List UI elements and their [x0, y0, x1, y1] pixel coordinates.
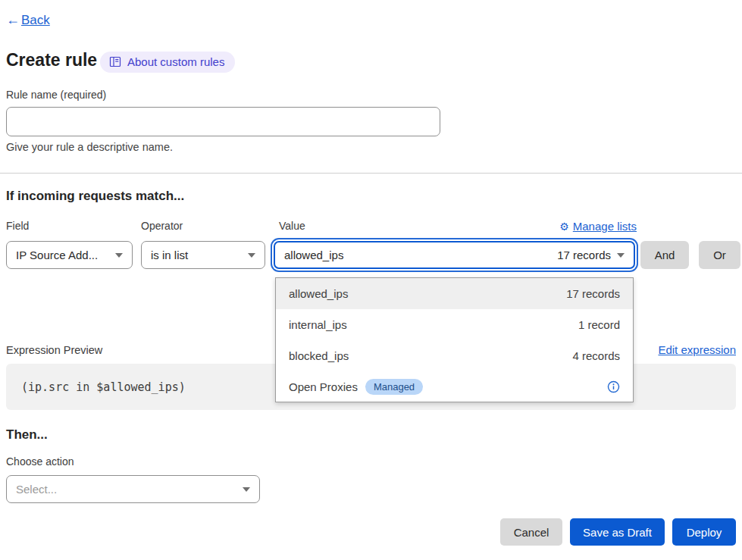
page-title: Create rule [6, 50, 97, 70]
back-label: Back [21, 13, 50, 28]
expression-preview-label: Expression Preview [6, 344, 102, 356]
rule-name-helper-text: Give your rule a descriptive name. [6, 141, 173, 153]
or-button[interactable]: Or [699, 241, 740, 269]
list-record-count: 4 records [572, 349, 620, 362]
field-select-value: IP Source Add... [16, 249, 98, 261]
back-arrow-icon: ← [6, 12, 20, 28]
action-select[interactable]: Select... [6, 475, 260, 503]
list-name: blocked_ips [289, 349, 349, 362]
value-select[interactable]: allowed_ips 17 records [274, 241, 635, 269]
dropdown-item-open-proxies[interactable]: Open Proxies Managed [276, 371, 633, 402]
rule-name-input[interactable] [6, 107, 440, 136]
operator-select-value: is in list [151, 249, 188, 261]
list-name: internal_ips [289, 318, 347, 331]
value-dropdown-panel: allowed_ips 17 records internal_ips 1 re… [275, 277, 634, 402]
list-name: Open Proxies [289, 380, 358, 393]
and-button[interactable]: And [640, 241, 689, 269]
gear-icon: ⚙ [559, 221, 569, 233]
about-custom-rules-label: About custom rules [127, 55, 224, 68]
expression-code: (ip.src in $allowed_ips) [21, 380, 186, 394]
value-select-value: allowed_ips [284, 249, 343, 261]
save-as-draft-button[interactable]: Save as Draft [570, 518, 665, 546]
field-column-label: Field [6, 220, 29, 232]
match-section-heading: If incoming requests match... [6, 189, 184, 204]
choose-action-label: Choose action [6, 455, 74, 468]
value-column-label: Value [279, 220, 305, 232]
list-record-count: 17 records [566, 287, 620, 300]
info-icon[interactable] [607, 380, 620, 393]
chevron-down-icon [115, 253, 123, 258]
action-select-placeholder: Select... [16, 483, 57, 496]
rule-name-label: Rule name (required) [6, 89, 106, 101]
book-icon [109, 56, 121, 67]
manage-lists-label: Manage lists [573, 220, 637, 233]
then-section-heading: Then... [6, 427, 48, 443]
operator-column-label: Operator [141, 220, 183, 232]
operator-select[interactable]: is in list [141, 241, 265, 269]
list-record-count: 1 record [578, 318, 620, 331]
back-link[interactable]: ←Back [6, 12, 50, 28]
manage-lists-link[interactable]: ⚙ Manage lists [559, 220, 637, 233]
create-rule-page: ←Back Create rule About custom rules Rul… [0, 0, 742, 560]
section-divider [0, 173, 742, 174]
field-select[interactable]: IP Source Add... [6, 241, 133, 269]
chevron-down-icon [248, 253, 255, 258]
dropdown-item-blocked-ips[interactable]: blocked_ips 4 records [276, 340, 633, 371]
value-select-record-count: 17 records [557, 249, 611, 261]
about-custom-rules-link[interactable]: About custom rules [100, 52, 235, 73]
chevron-down-icon [617, 253, 625, 258]
dropdown-item-internal-ips[interactable]: internal_ips 1 record [276, 309, 633, 340]
deploy-button[interactable]: Deploy [672, 518, 736, 546]
managed-badge: Managed [365, 379, 423, 395]
dropdown-item-allowed-ips[interactable]: allowed_ips 17 records [276, 278, 633, 309]
edit-expression-link[interactable]: Edit expression [658, 343, 736, 356]
cancel-button[interactable]: Cancel [500, 518, 562, 546]
chevron-down-icon [243, 487, 250, 492]
list-name: allowed_ips [289, 287, 348, 300]
